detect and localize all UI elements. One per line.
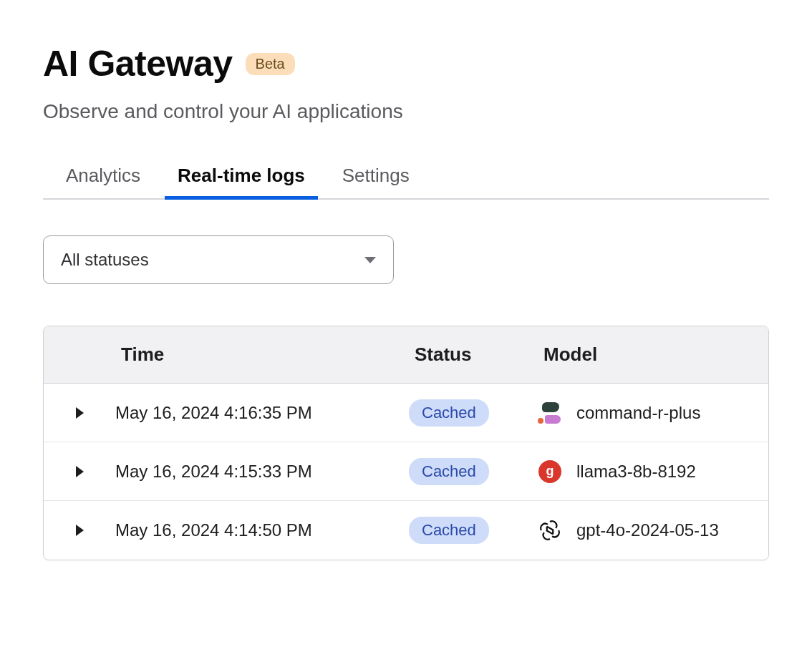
openai-icon — [538, 518, 562, 542]
status-filter-select[interactable]: All statuses — [43, 235, 394, 284]
column-header-time: Time — [115, 344, 409, 366]
expand-row-button[interactable] — [44, 407, 115, 419]
table-row: May 16, 2024 4:15:33 PM Cached g llama3-… — [44, 442, 768, 501]
status-badge: Cached — [409, 399, 489, 427]
model-name: llama3-8b-8192 — [576, 462, 696, 482]
cell-time: May 16, 2024 4:16:35 PM — [115, 403, 409, 423]
chevron-down-icon — [364, 257, 376, 263]
cell-time: May 16, 2024 4:14:50 PM — [115, 520, 409, 540]
cell-model: command-r-plus — [538, 401, 768, 425]
table-header: Time Status Model — [44, 326, 768, 384]
expand-row-button[interactable] — [44, 466, 115, 477]
table-row: May 16, 2024 4:14:50 PM Cached gpt-4o-20… — [44, 501, 768, 560]
expand-row-button[interactable] — [44, 525, 115, 536]
beta-badge: Beta — [246, 53, 295, 75]
cell-time: May 16, 2024 4:15:33 PM — [115, 462, 409, 482]
status-badge: Cached — [409, 458, 489, 485]
cell-model: g llama3-8b-8192 — [538, 459, 768, 484]
tab-analytics[interactable]: Analytics — [66, 165, 140, 198]
status-badge: Cached — [409, 517, 489, 544]
page-subtitle: Observe and control your AI applications — [43, 100, 769, 123]
cell-model: gpt-4o-2024-05-13 — [538, 518, 768, 542]
table-row: May 16, 2024 4:16:35 PM Cached command-r… — [44, 384, 768, 442]
column-header-status: Status — [409, 344, 538, 366]
cohere-icon — [538, 401, 562, 425]
status-filter-value: All statuses — [61, 250, 149, 270]
tab-realtime-logs[interactable]: Real-time logs — [178, 165, 305, 198]
page-title: AI Gateway — [43, 43, 233, 84]
column-header-model: Model — [538, 344, 768, 366]
logs-table: Time Status Model May 16, 2024 4:16:35 P… — [43, 326, 769, 560]
tab-settings[interactable]: Settings — [342, 165, 410, 198]
caret-right-icon — [76, 466, 84, 477]
model-name: command-r-plus — [576, 403, 700, 423]
tabs: Analytics Real-time logs Settings — [43, 165, 769, 200]
model-name: gpt-4o-2024-05-13 — [576, 520, 719, 540]
caret-right-icon — [76, 525, 84, 536]
groq-icon: g — [538, 459, 562, 484]
caret-right-icon — [76, 407, 84, 419]
